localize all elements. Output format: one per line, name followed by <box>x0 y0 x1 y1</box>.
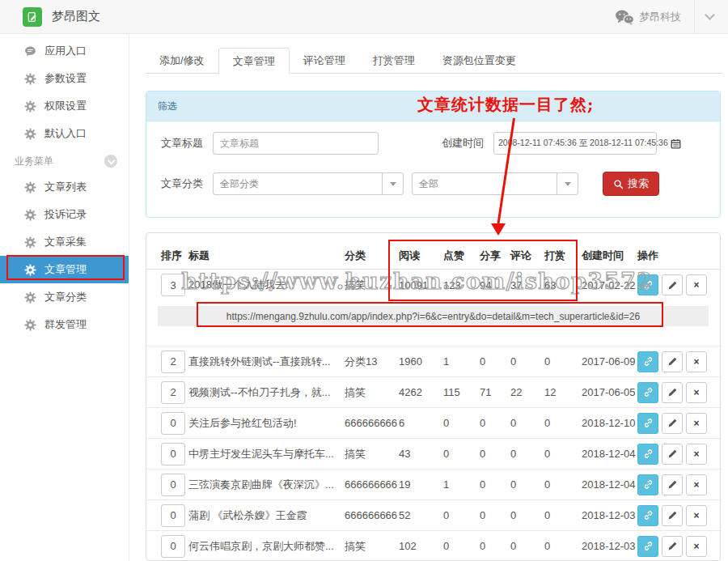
row-actions: × <box>637 274 707 295</box>
delete-button[interactable]: × <box>686 536 707 557</box>
link-button[interactable] <box>637 382 658 403</box>
link-button[interactable] <box>637 351 658 372</box>
sidebar-item-app-entrance[interactable]: 应用入口 <box>0 37 129 65</box>
gear-icon <box>24 209 36 221</box>
tab-article-manage[interactable]: 文章管理 <box>218 48 290 74</box>
sort-input[interactable] <box>161 412 185 435</box>
created-date: 2017-06-05 <box>582 386 637 398</box>
sidebar-top-list: 应用入口 参数设置 权限设置 默认入口 <box>0 34 129 147</box>
edit-button[interactable] <box>662 274 683 295</box>
article-title-input[interactable] <box>213 132 379 155</box>
link-button[interactable] <box>637 444 658 465</box>
like-count: 123 <box>443 279 480 291</box>
article-category: 搞笑 <box>345 447 399 461</box>
edit-button[interactable] <box>662 413 683 434</box>
col-comment: 评论 <box>510 249 544 263</box>
subcategory-select[interactable]: 全部 <box>412 172 578 195</box>
sort-input[interactable] <box>161 535 185 558</box>
sort-input[interactable] <box>161 381 185 404</box>
sort-input[interactable] <box>161 474 185 496</box>
edit-button[interactable] <box>662 505 683 526</box>
sidebar-business-list: 文章列表 投诉记录 文章采集 文章管理 文章分类 群发管理 <box>0 173 129 338</box>
link-button[interactable] <box>637 274 658 295</box>
link-icon <box>643 541 654 551</box>
article-category: 666666666 <box>345 478 399 491</box>
reward-count: 0 <box>544 540 582 552</box>
read-count: 102 <box>399 540 443 552</box>
edit-button[interactable] <box>662 382 683 403</box>
like-count: 115 <box>443 386 480 398</box>
col-sort: 排序 <box>161 249 188 263</box>
table-header-row: 排序 标题 分类 阅读 点赞 分享 评论 打赏 创建时间 操作 <box>146 243 720 270</box>
row-actions: × <box>637 505 707 526</box>
edit-button[interactable] <box>662 536 683 557</box>
sidebar-item-parameter-settings[interactable]: 参数设置 <box>0 65 129 92</box>
sidebar-item-article-collect[interactable]: 文章采集 <box>0 228 129 256</box>
tab-reward-manage[interactable]: 打赏管理 <box>359 48 429 73</box>
article-category: 搞笑 <box>345 385 399 400</box>
article-category: 分类13 <box>345 355 399 369</box>
gear-icon <box>24 264 36 276</box>
delete-button[interactable]: × <box>686 474 707 495</box>
sidebar-item-article-manage[interactable]: 文章管理 <box>0 256 129 283</box>
filter-row-1: 文章标题 创建时间 2008-12-11 07:45:36 至 2018-12-… <box>161 132 720 155</box>
article-title: 三弦演奏京剧曲牌《夜深沉》... <box>188 478 345 492</box>
link-button[interactable] <box>637 505 658 526</box>
read-count: 1960 <box>399 355 443 368</box>
like-count: 1 <box>443 478 480 491</box>
gear-icon <box>24 181 36 193</box>
article-title: 蒲剧 《武松杀嫂》王金霞 <box>188 508 345 523</box>
link-button[interactable] <box>637 413 658 434</box>
sidebar-item-default-entrance[interactable]: 默认入口 <box>0 120 129 147</box>
delete-button[interactable]: × <box>686 413 707 434</box>
sidebar-item-mass-send[interactable]: 群发管理 <box>0 311 129 338</box>
article-title: 何云伟唱京剧，京剧大师都赞... <box>188 539 345 554</box>
col-category: 分类 <box>345 249 399 263</box>
sort-input[interactable] <box>161 504 185 527</box>
reward-count: 0 <box>544 478 582 491</box>
read-count: 10091 <box>399 279 443 291</box>
sort-input[interactable] <box>161 274 185 296</box>
edit-button[interactable] <box>662 351 683 372</box>
col-reward: 打赏 <box>544 249 582 263</box>
create-time-range-input[interactable]: 2008-12-11 07:45:36 至 2018-12-11 07:45:3… <box>493 132 657 155</box>
link-icon <box>643 479 654 490</box>
table-row: 何云伟唱京剧，京剧大师都赞... 搞笑 102 0 0 0 0 2018-12-… <box>146 530 720 561</box>
sort-input[interactable] <box>161 443 185 465</box>
reward-count: 0 <box>544 355 582 368</box>
collapse-toggle-icon[interactable] <box>104 155 117 168</box>
tab-resource-position[interactable]: 资源包位置变更 <box>429 48 530 73</box>
tab-add-edit[interactable]: 添加/修改 <box>146 48 218 73</box>
category-select[interactable]: 全部分类 <box>213 172 404 195</box>
delete-button[interactable]: × <box>686 382 707 403</box>
delete-button[interactable]: × <box>686 274 707 295</box>
search-button[interactable]: 搜索 <box>603 172 659 196</box>
sidebar-item-complaint-records[interactable]: 投诉记录 <box>0 201 129 228</box>
sidebar-item-permission-settings[interactable]: 权限设置 <box>0 92 129 120</box>
sidebar-item-article-category[interactable]: 文章分类 <box>0 283 129 311</box>
edit-button[interactable] <box>662 474 683 495</box>
chevron-down-icon[interactable] <box>705 10 715 20</box>
delete-button[interactable]: × <box>686 505 707 526</box>
sort-input[interactable] <box>161 351 185 373</box>
sidebar-item-label: 群发管理 <box>44 317 87 332</box>
comment-count: 22 <box>510 386 544 398</box>
top-header: 梦昂图文 梦昂科技 <box>0 0 728 34</box>
sidebar-item-article-list[interactable]: 文章列表 <box>0 173 129 201</box>
tab-comment-manage[interactable]: 评论管理 <box>290 48 359 73</box>
col-read: 阅读 <box>399 249 443 263</box>
pencil-icon <box>667 541 678 551</box>
reward-count: 63 <box>544 279 582 291</box>
pencil-icon <box>667 510 678 521</box>
row-actions: × <box>637 351 707 372</box>
article-category: 666666666 <box>345 509 399 521</box>
pencil-icon <box>667 418 678 428</box>
link-button[interactable] <box>637 536 658 557</box>
edit-button[interactable] <box>662 444 683 465</box>
annotation-arrow-head <box>491 223 506 236</box>
link-button[interactable] <box>637 474 658 495</box>
delete-button[interactable]: × <box>686 351 707 372</box>
delete-button[interactable]: × <box>686 444 707 465</box>
like-count: 1 <box>443 355 480 368</box>
app-window: 梦昂图文 梦昂科技 应用入口 参数设置 权限设置 默认入口 <box>0 0 728 561</box>
